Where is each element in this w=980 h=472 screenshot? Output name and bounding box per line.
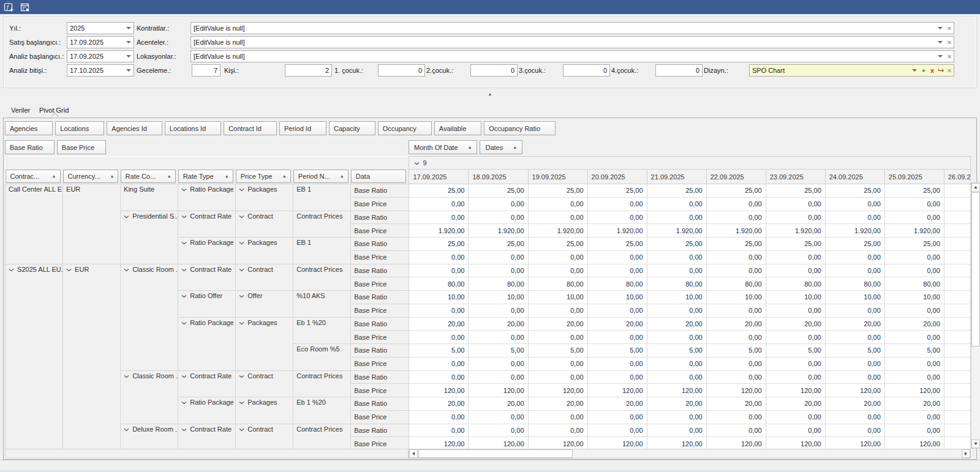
pivot-value-cell[interactable]: 120,00 bbox=[587, 384, 647, 397]
pivot-value-cell[interactable]: 0,00 bbox=[647, 410, 706, 424]
collapse-chevron-icon[interactable] bbox=[124, 266, 130, 273]
pivot-value-cell[interactable]: 0,00 bbox=[647, 250, 706, 264]
date-column-header[interactable]: 17.09.2025 bbox=[409, 170, 469, 184]
collapse-chevron-icon[interactable] bbox=[239, 266, 246, 273]
pivot-value-cell[interactable]: 0,00 bbox=[528, 250, 587, 264]
pivot-value-cell[interactable]: 80,00 bbox=[469, 277, 528, 291]
collapse-chevron-icon[interactable] bbox=[124, 425, 130, 433]
row-field-rate-type[interactable]: Rate Type▲ bbox=[178, 170, 233, 183]
child4-input[interactable]: 0 bbox=[655, 64, 703, 77]
pivot-value-cell[interactable]: 20,00 bbox=[884, 317, 944, 331]
pivot-value-cell[interactable]: 80,00 bbox=[409, 277, 469, 291]
pivot-value-cell[interactable]: 1.920,00 bbox=[706, 224, 766, 238]
agencies-combo[interactable]: [EditValue is null] ✕ bbox=[190, 36, 954, 48]
collapse-chevron-icon[interactable] bbox=[181, 399, 188, 406]
dropdown-caret-icon[interactable] bbox=[124, 37, 134, 48]
pivot-value-cell[interactable]: 20,00 bbox=[825, 317, 884, 331]
date-column-header[interactable]: 20.09.2025 bbox=[587, 170, 647, 184]
pivot-value-cell[interactable]: 0,00 bbox=[766, 211, 825, 224]
collapse-chevron-icon[interactable] bbox=[181, 266, 188, 273]
filter-field-capacity[interactable]: Capacity bbox=[329, 121, 375, 135]
pivot-value-cell[interactable]: 25,00 bbox=[528, 238, 587, 251]
pivot-value-cell[interactable]: 10,00 bbox=[647, 291, 706, 304]
dropdown-caret-icon[interactable] bbox=[910, 65, 919, 76]
pivot-value-cell[interactable]: 20,00 bbox=[647, 397, 706, 411]
pivot-value-cell[interactable]: 10,00 bbox=[409, 291, 469, 304]
pivot-value-cell[interactable]: 0,00 bbox=[647, 424, 706, 437]
pivot-row-header-cell[interactable]: Packages bbox=[236, 238, 293, 264]
pivot-row-header-cell[interactable]: Classic Room ... bbox=[121, 264, 178, 370]
pivot-value-cell[interactable]: 25,00 bbox=[884, 238, 944, 251]
pivot-value-cell[interactable]: 0,00 bbox=[706, 304, 766, 317]
pivot-value-cell[interactable]: 80,00 bbox=[587, 277, 647, 291]
pivot-value-cell[interactable] bbox=[944, 184, 970, 198]
filter-field-occupancy[interactable]: Occupancy bbox=[378, 121, 432, 135]
pivot-value-cell[interactable]: 25,00 bbox=[469, 238, 528, 251]
clear-icon[interactable]: ✕ bbox=[945, 65, 954, 76]
filter-field-agencies[interactable]: Agencies bbox=[5, 121, 53, 135]
vertical-scrollbar[interactable] bbox=[971, 182, 980, 449]
dropdown-caret-icon[interactable] bbox=[124, 65, 134, 76]
pivot-row-header-cell[interactable]: Contract Rate bbox=[178, 264, 236, 291]
pivot-value-cell[interactable]: 1.920,00 bbox=[528, 224, 587, 238]
pivot-value-cell[interactable]: 0,00 bbox=[587, 331, 647, 344]
tab-veriler[interactable]: Veriler bbox=[11, 104, 30, 116]
pivot-value-cell[interactable]: 5,00 bbox=[587, 344, 647, 358]
pivot-row-header-cell[interactable]: EUR bbox=[63, 184, 121, 264]
pivot-row-header-cell[interactable]: Contract bbox=[236, 211, 293, 238]
reload-design-icon[interactable]: ↪ bbox=[937, 65, 945, 76]
collapse-chevron-icon[interactable] bbox=[181, 185, 188, 193]
collapse-chevron-icon[interactable] bbox=[239, 399, 246, 406]
pivot-value-cell[interactable]: 1.920,00 bbox=[766, 224, 825, 238]
pivot-value-cell[interactable]: 0,00 bbox=[884, 357, 944, 370]
clear-icon[interactable]: ✕ bbox=[945, 23, 954, 34]
collapse-chevron-icon[interactable] bbox=[239, 319, 246, 326]
pivot-value-cell[interactable]: 0,00 bbox=[884, 424, 944, 437]
pivot-value-cell[interactable]: 0,00 bbox=[766, 250, 825, 264]
locations-combo[interactable]: [EditValue is null] ✕ bbox=[190, 50, 954, 62]
date-column-header[interactable]: 19.09.2025 bbox=[528, 170, 587, 184]
pivot-value-cell[interactable]: 20,00 bbox=[706, 397, 766, 411]
pivot-row-header-cell[interactable]: Offer bbox=[236, 291, 293, 318]
pivot-value-cell[interactable] bbox=[944, 264, 970, 277]
pivot-value-cell[interactable]: 20,00 bbox=[766, 317, 825, 331]
row-field-rate-co[interactable]: Rate Co...▲ bbox=[121, 170, 176, 183]
pivot-value-cell[interactable]: 0,00 bbox=[766, 197, 825, 211]
pivot-value-cell[interactable]: 80,00 bbox=[884, 277, 944, 291]
pivot-value-cell[interactable]: 0,00 bbox=[469, 331, 528, 344]
pivot-value-cell[interactable]: 0,00 bbox=[587, 211, 647, 224]
collapse-chevron-icon[interactable] bbox=[239, 212, 246, 220]
pivot-value-cell[interactable]: 25,00 bbox=[825, 184, 884, 198]
collapse-chevron-icon[interactable] bbox=[66, 266, 73, 273]
pivot-value-cell[interactable]: 0,00 bbox=[647, 264, 706, 277]
pivot-value-cell[interactable]: 0,00 bbox=[884, 304, 944, 317]
pivot-value-cell[interactable]: 0,00 bbox=[825, 197, 884, 211]
pivot-value-cell[interactable]: 0,00 bbox=[528, 357, 587, 370]
pivot-value-cell[interactable]: 5,00 bbox=[409, 344, 469, 358]
pivot-value-cell[interactable]: 0,00 bbox=[647, 304, 706, 317]
pivot-value-cell[interactable]: 0,00 bbox=[409, 331, 469, 344]
pivot-value-cell[interactable]: 0,00 bbox=[884, 410, 944, 424]
pivot-value-cell[interactable]: 20,00 bbox=[528, 397, 587, 411]
pivot-value-cell[interactable]: 0,00 bbox=[766, 424, 825, 437]
pivot-value-cell[interactable]: 20,00 bbox=[409, 397, 469, 411]
collapse-chevron-icon[interactable] bbox=[181, 372, 188, 380]
pivot-row-header-cell[interactable]: Eb 1 %20 bbox=[293, 397, 351, 424]
horizontal-scrollbar[interactable] bbox=[409, 449, 971, 459]
pivot-value-cell[interactable]: 10,00 bbox=[884, 291, 944, 304]
collapse-chevron-icon[interactable] bbox=[239, 292, 246, 299]
pivot-row-header-cell[interactable]: Packages bbox=[236, 397, 293, 424]
pivot-value-cell[interactable]: 20,00 bbox=[587, 317, 647, 331]
pivot-row-header-cell[interactable]: EB 1 bbox=[293, 184, 351, 211]
pivot-value-cell[interactable]: 0,00 bbox=[825, 304, 884, 317]
collapse-chevron-icon[interactable] bbox=[181, 292, 188, 299]
pivot-row-header-cell[interactable]: Eb 1 %20 bbox=[293, 317, 351, 344]
pivot-value-cell[interactable]: 120,00 bbox=[825, 384, 884, 397]
pivot-row-header-cell[interactable]: Ratio Package bbox=[178, 184, 236, 211]
pivot-value-cell[interactable]: 25,00 bbox=[766, 184, 825, 198]
pivot-value-cell[interactable]: 0,00 bbox=[884, 197, 944, 211]
filter-field-contract-id[interactable]: Contract Id bbox=[224, 121, 277, 135]
pivot-value-cell[interactable]: 5,00 bbox=[528, 344, 587, 358]
add-design-icon[interactable]: + bbox=[919, 65, 928, 76]
pivot-value-cell[interactable]: 0,00 bbox=[706, 424, 766, 437]
